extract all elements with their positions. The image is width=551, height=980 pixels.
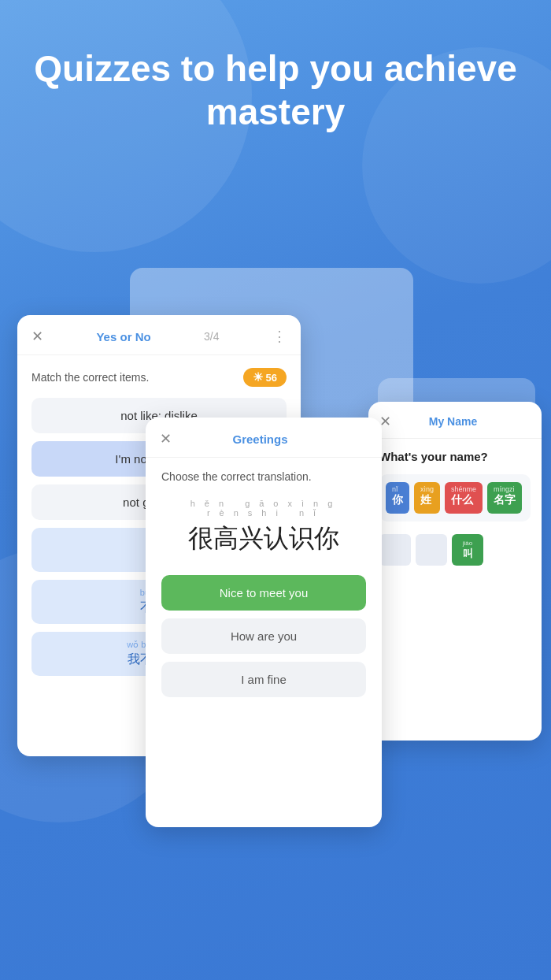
cards-area: ✕ Yes or No 3/4 ⋮ Match the correct item…: [0, 236, 551, 980]
answer-btn-3[interactable]: I am fine: [161, 662, 366, 697]
slot-2[interactable]: [416, 534, 447, 566]
card1-title: Yes or No: [96, 330, 150, 343]
card3-title: My Name: [429, 415, 477, 428]
card2-title: Greetings: [232, 432, 287, 446]
chip-ni-pinyin: nǐ: [392, 485, 403, 493]
slot-3-filled[interactable]: jiào 叫: [452, 534, 483, 566]
card1-header: ✕ Yes or No 3/4 ⋮: [17, 315, 301, 355]
card3-header: ✕ My Name: [368, 402, 542, 439]
answer-btn-2[interactable]: How are you: [161, 618, 366, 654]
card2-body: Choose the correct translation. hěn gāox…: [146, 458, 382, 718]
chip-shenme[interactable]: shénme 什么: [445, 482, 483, 514]
slot3-hanzi: 叫: [463, 547, 473, 561]
card3-question: What's your name?: [379, 450, 531, 463]
card1-progress: 3/4: [204, 330, 219, 343]
chip-ni[interactable]: nǐ 你: [386, 482, 409, 514]
chip-shenme-pinyin: shénme: [451, 485, 476, 493]
chip-mingzi-pinyin: míngzi: [494, 485, 516, 493]
chip-xing[interactable]: xìng 姓: [414, 482, 440, 514]
slot3-pinyin: jiào: [463, 540, 472, 547]
chip-shenme-hanzi: 什么: [451, 493, 476, 507]
my-name-card: ✕ My Name What's your name? nǐ 你 xìng 姓 …: [368, 402, 542, 741]
page-header: Quizzes to help you achieve mastery: [0, 47, 551, 134]
sentence-pinyin: hěn gāoxìng rènshi nǐ: [166, 499, 366, 518]
card1-score-badge: ☀ 56: [243, 368, 287, 387]
slot-1[interactable]: [379, 534, 411, 566]
word-chips-area: nǐ 你 xìng 姓 shénme 什么 míngzi 名字: [379, 474, 531, 522]
card1-score: 56: [266, 372, 277, 384]
card1-menu-button[interactable]: ⋮: [272, 328, 287, 345]
chip-xing-hanzi: 姓: [420, 493, 434, 507]
answer-slots-area: jiào 叫: [379, 534, 531, 572]
greetings-card: ✕ Greetings Choose the correct translati…: [146, 418, 382, 827]
card1-instruction: Match the correct items.: [31, 371, 149, 384]
chinese-sentence: hěn gāoxìng rènshi nǐ 很高兴认识你: [161, 499, 366, 556]
card2-close-button[interactable]: ✕: [160, 430, 172, 447]
chip-mingzi-hanzi: 名字: [494, 493, 516, 507]
sentence-hanzi: 很高兴认识你: [161, 522, 366, 556]
chip-xing-pinyin: xìng: [420, 485, 434, 493]
chip-mingzi[interactable]: míngzi 名字: [487, 482, 522, 514]
chip-ni-hanzi: 你: [392, 493, 403, 507]
card3-body: What's your name? nǐ 你 xìng 姓 shénme 什么 …: [368, 439, 542, 583]
card2-header: ✕ Greetings: [146, 418, 382, 458]
sun-icon: ☀: [253, 370, 263, 384]
answer-btn-1[interactable]: Nice to meet you: [161, 575, 366, 611]
page-title: Quizzes to help you achieve mastery: [0, 47, 551, 134]
card1-close-button[interactable]: ✕: [31, 328, 43, 345]
card2-instruction: Choose the correct translation.: [161, 470, 366, 483]
